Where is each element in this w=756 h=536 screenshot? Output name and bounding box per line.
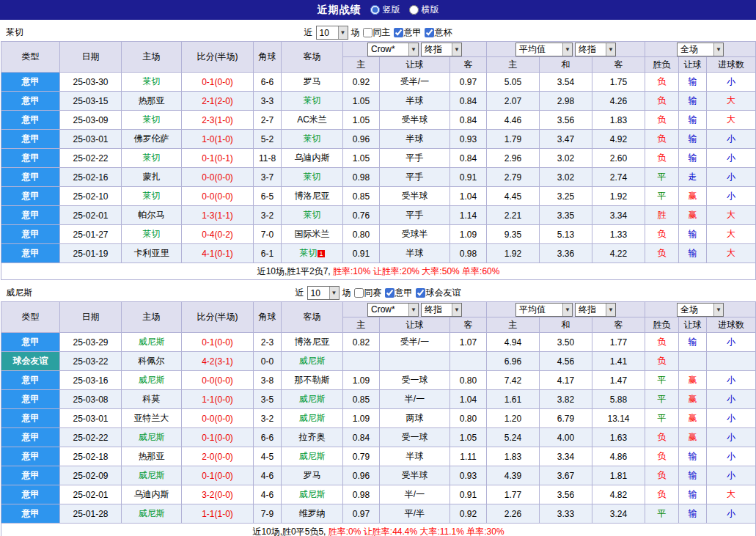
home-team-name[interactable]: 卡利亚里	[134, 248, 169, 258]
away-team-name[interactable]: 威尼斯	[299, 413, 326, 423]
asia-home-odds-cell: 0.91	[343, 244, 380, 263]
col-type: 类型	[1, 302, 60, 333]
home-team-name[interactable]: 热那亚	[139, 95, 165, 106]
away-team-name[interactable]: 博洛尼亚	[295, 337, 330, 347]
club-friendly-checkbox[interactable]	[416, 288, 425, 298]
filter-controls: 近 10▼ 场 同赛 意甲 球会友谊	[296, 286, 461, 300]
away-team-cell: 维罗纳	[282, 504, 343, 524]
result-outcome-cell: 负	[645, 149, 679, 168]
euro-home-odds-cell: 1.92	[487, 244, 540, 263]
home-team-name[interactable]: 莱切	[143, 114, 161, 125]
euro-odds-time-select[interactable]: 终指▼	[575, 303, 616, 317]
away-team-name[interactable]: AC米兰	[297, 114, 327, 125]
away-team-name[interactable]: 维罗纳	[299, 508, 326, 518]
vertical-layout-radio[interactable]	[370, 5, 380, 15]
away-team-name[interactable]: 莱切	[304, 95, 321, 106]
asia-home-odds-cell: 0.96	[343, 466, 380, 485]
away-team-name[interactable]: 莱切	[304, 210, 321, 220]
home-team-name[interactable]: 热那亚	[139, 451, 165, 461]
filter-club-friendly[interactable]: 球会友谊	[416, 287, 461, 299]
home-team-name[interactable]: 亚特兰大	[134, 413, 169, 423]
filter-same-league[interactable]: 同赛	[354, 287, 382, 299]
asia-away-odds-cell: 0.93	[450, 130, 487, 149]
filter-same-home[interactable]: 同主	[363, 26, 391, 39]
club-friendly-label: 球会友谊	[426, 287, 461, 299]
home-team-cell: 亚特兰大	[122, 409, 182, 428]
away-team-name[interactable]: 罗马	[304, 470, 321, 480]
italy-cup-checkbox[interactable]	[425, 28, 434, 37]
away-team-name[interactable]: 莱切	[304, 172, 321, 182]
euro-odds-time-select[interactable]: 终指▼	[575, 43, 616, 56]
layout-option-horizontal[interactable]: 横版	[409, 4, 439, 16]
asia-away-odds-cell: 1.05	[450, 428, 487, 447]
filter-italy-cup[interactable]: 意杯	[425, 26, 452, 39]
home-team-name[interactable]: 莱切	[143, 153, 161, 163]
away-team-name[interactable]: 莱切	[304, 133, 321, 144]
asia-odds-time-select[interactable]: 终指▼	[421, 43, 462, 56]
home-team-name[interactable]: 莱切	[143, 76, 161, 87]
away-team-name[interactable]: 那不勒斯	[295, 375, 330, 385]
period-select[interactable]: 全场▼	[677, 43, 724, 56]
match-row: 意甲25-02-09威尼斯0-1(0-0)4-6罗马0.96受半球0.934.3…	[1, 466, 756, 485]
home-team-name[interactable]: 乌迪内斯	[134, 489, 169, 499]
euro-home-odds-cell: 2.79	[487, 168, 540, 187]
away-team-cell: 那不勒斯	[282, 371, 343, 390]
result-outcome-cell: 负	[645, 485, 679, 504]
serie-a-checkbox[interactable]	[394, 28, 403, 37]
home-team-name[interactable]: 佛罗伦萨	[134, 133, 169, 144]
home-team-name[interactable]: 帕尔马	[139, 210, 165, 220]
filter-serie-a[interactable]: 意甲	[385, 287, 413, 299]
away-team-name[interactable]: 莱切	[299, 248, 317, 258]
away-team-name[interactable]: 乌迪内斯	[295, 153, 330, 163]
away-team-name[interactable]: 国际米兰	[295, 229, 330, 239]
serie-a-checkbox[interactable]	[385, 288, 394, 298]
euro-source-select[interactable]: 平均值▼	[515, 43, 573, 56]
home-team-name[interactable]: 莱切	[143, 191, 161, 201]
home-team-name[interactable]: 威尼斯	[139, 375, 165, 385]
match-count-select[interactable]: 10▼	[316, 26, 348, 40]
away-team-name[interactable]: 威尼斯	[299, 394, 326, 404]
corner-cell: 7-9	[254, 504, 282, 524]
corner-cell: 0-0	[254, 352, 282, 371]
asia-odds-time-select[interactable]: 终指▼	[421, 303, 462, 317]
layout-option-vertical[interactable]: 竖版	[370, 4, 400, 16]
away-team-name[interactable]: 拉齐奥	[299, 432, 326, 442]
euro-home-odds-cell: 2.07	[487, 92, 540, 111]
home-team-name[interactable]: 科佩尔	[139, 356, 165, 366]
asia-away-odds-cell: 0.97	[450, 73, 487, 92]
result-outcome-cell: 胜	[645, 206, 679, 225]
euro-away-odds-cell: 3.34	[592, 206, 645, 225]
away-team-name[interactable]: 威尼斯	[299, 451, 326, 461]
bookmaker-select[interactable]: Crow*▼	[367, 303, 419, 317]
corner-cell: 3-3	[254, 92, 282, 111]
home-team-name[interactable]: 威尼斯	[139, 508, 165, 518]
header-row-groups: 类型 日期 主场 比分(半场) 角球 客场 Crow*▼ 终指▼ 平均值	[1, 302, 756, 317]
col-corner: 角球	[254, 302, 282, 333]
same-league-checkbox[interactable]	[354, 288, 364, 298]
result-outcome-cell: 负	[645, 73, 679, 92]
bookmaker-select[interactable]: Crow*▼	[367, 43, 419, 56]
euro-source-select[interactable]: 平均值▼	[515, 303, 573, 317]
filter-serie-a[interactable]: 意甲	[394, 26, 422, 39]
home-team-name[interactable]: 蒙扎	[143, 172, 161, 182]
home-team-name[interactable]: 威尼斯	[139, 337, 165, 347]
home-team-cell: 热那亚	[122, 92, 182, 111]
match-count-value: 10	[311, 288, 320, 298]
handicap-cell: 受一球	[380, 428, 450, 447]
result-handicap-cell: 赢	[679, 428, 707, 447]
home-team-name[interactable]: 威尼斯	[139, 470, 165, 480]
home-team-cell: 莱切	[122, 149, 182, 168]
games-label: 场	[351, 26, 360, 39]
away-team-name[interactable]: 博洛尼亚	[295, 191, 330, 201]
away-team-name[interactable]: 罗马	[304, 76, 321, 87]
result-goals-cell	[707, 352, 756, 371]
home-team-name[interactable]: 科莫	[143, 394, 161, 404]
away-team-name[interactable]: 威尼斯	[299, 356, 326, 366]
home-team-name[interactable]: 莱切	[143, 229, 161, 239]
home-team-name[interactable]: 威尼斯	[139, 432, 165, 442]
match-count-select[interactable]: 10▼	[307, 286, 340, 300]
period-select[interactable]: 全场▼	[677, 303, 724, 317]
away-team-name[interactable]: 威尼斯	[299, 489, 326, 499]
same-home-checkbox[interactable]	[363, 28, 373, 37]
horizontal-layout-radio[interactable]	[409, 5, 419, 15]
